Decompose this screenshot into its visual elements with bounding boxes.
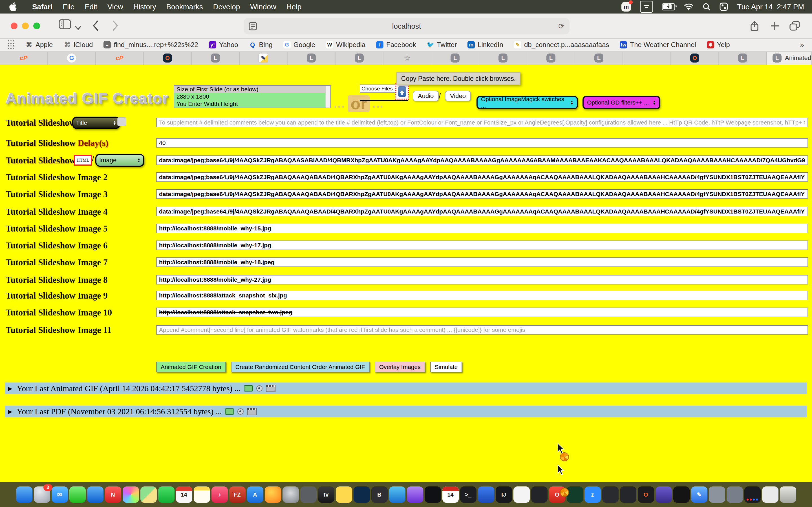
title-type-select[interactable]: Title▲▼ (72, 117, 120, 129)
bookmark-weather[interactable]: twThe Weather Channel (620, 41, 696, 49)
gif-chip-icon[interactable] (225, 408, 234, 414)
color-swatch-box[interactable] (117, 117, 126, 126)
slideshow-input-8[interactable] (156, 240, 808, 250)
dock-compass-app-icon[interactable] (389, 487, 405, 503)
slideshow-input-5[interactable] (156, 189, 808, 199)
pinned-tab-localhost[interactable]: L (192, 51, 240, 65)
dock-oreilly-icon[interactable]: O (638, 487, 654, 503)
dock-shield-icon[interactable] (354, 487, 370, 503)
active-tab[interactable]: LAnimated... (767, 51, 812, 65)
bookmark-twitter[interactable]: 🐦Twitter (426, 41, 457, 49)
html-mode-button[interactable]: HTML (74, 155, 92, 166)
dock-mail-icon[interactable]: ✉ (52, 487, 68, 503)
dock-pen-blue-icon[interactable]: ✎ (691, 487, 707, 503)
dock-server-leds-icon[interactable] (744, 487, 761, 503)
dock-calendar-14-icon[interactable]: 14 (442, 487, 459, 503)
disclosure-triangle-icon[interactable]: ▶ (8, 408, 12, 415)
wifi-icon[interactable] (684, 3, 694, 10)
slideshow-input-4[interactable] (156, 172, 808, 182)
menu-safari[interactable]: Safari (27, 3, 57, 11)
menu-bar-clock[interactable]: Tue Apr 14 2:47 PM (737, 3, 804, 11)
address-bar[interactable]: localhost ⟳ (244, 18, 569, 34)
pinned-tab-star[interactable]: ☆ (384, 51, 432, 65)
menu-file[interactable]: File (57, 3, 80, 11)
pinned-tab-blank[interactable] (623, 51, 671, 65)
size-option-custom[interactable]: You Enter Width,Height (174, 100, 331, 108)
bookmark-apple[interactable]: ⌘Apple (26, 41, 53, 49)
pinned-tab-localhost[interactable]: L (719, 51, 767, 65)
dock-appstore-icon[interactable]: A (247, 487, 263, 503)
bookmark-wikipedia[interactable]: WWikipedia (326, 41, 365, 49)
pinned-tab-oreilly[interactable]: O (144, 51, 192, 65)
dock-camera-icon[interactable] (300, 487, 317, 503)
dock-maps-icon[interactable] (140, 487, 157, 503)
lens-icon[interactable] (238, 408, 244, 414)
menu-help[interactable]: Help (282, 3, 306, 11)
dock-notes-yellow-icon[interactable] (336, 487, 352, 503)
menu-history[interactable]: History (128, 3, 161, 11)
dock-document-icon[interactable] (762, 487, 778, 503)
disclosure-triangle-icon[interactable]: ▶ (8, 385, 12, 392)
control-center-icon[interactable] (719, 3, 728, 11)
dock-apple-tv-icon[interactable]: tv (318, 487, 335, 503)
overlay-images-button[interactable]: Overlay Images (375, 362, 425, 372)
slideshow-input-3[interactable] (156, 156, 808, 165)
slideshow-input-1[interactable] (156, 118, 808, 127)
bookmark-bing[interactable]: QBing (249, 41, 273, 49)
bookmark-icloud[interactable]: ⌘iCloud (63, 41, 93, 49)
dock-music-icon[interactable]: ♪ (211, 487, 228, 503)
sidebar-chevron-icon[interactable] (75, 22, 81, 33)
dock-intellij-icon[interactable]: IJ (496, 487, 512, 503)
dock-finder-icon[interactable] (16, 487, 33, 503)
dock-rocket-dark-icon[interactable] (531, 487, 548, 503)
dock-gear-dark-icon[interactable] (602, 487, 619, 503)
apple-menu-icon[interactable] (9, 2, 17, 11)
pinned-tab-localhost[interactable]: L (432, 51, 479, 65)
clapperboard-icon[interactable] (266, 385, 275, 392)
dock-obs-icon[interactable] (620, 487, 637, 503)
slideshow-input-6[interactable] (156, 207, 808, 216)
imagemagick-select[interactable]: Optional ImageMagick switches ... ▲▼ (476, 96, 578, 109)
slideshow-input-2[interactable] (156, 138, 808, 148)
dock-green-dark-icon[interactable] (567, 487, 583, 503)
slideshow-input-12[interactable] (156, 307, 808, 317)
bookmark-pencil[interactable]: ✎db_connect.p...aaasaaafaas (514, 41, 609, 49)
dock-zoom-icon[interactable]: z (585, 487, 601, 503)
dock-facetime-icon[interactable] (158, 487, 174, 503)
dock-moon-purple-icon[interactable] (656, 487, 672, 503)
slideshow-input-11[interactable] (156, 291, 808, 300)
dock-media-player-icon[interactable] (478, 487, 494, 503)
pinned-tab-cpanel[interactable]: cP (96, 51, 144, 65)
simulate-button[interactable]: Simulate (430, 362, 462, 372)
pinned-tab-localhost[interactable]: L (575, 51, 623, 65)
slideshow-input-13[interactable] (156, 325, 808, 335)
size-option-selected[interactable]: 2880 x 1800 (174, 93, 331, 100)
back-button[interactable] (93, 20, 99, 33)
audio-button[interactable]: Audio (413, 91, 439, 101)
dock-photos-icon[interactable] (123, 487, 139, 503)
dock-podcasts-icon[interactable] (407, 487, 423, 503)
dock-pirate-dark-icon[interactable] (673, 487, 690, 503)
pinned-tab-oreilly[interactable]: O (671, 51, 719, 65)
pinned-tab-paint[interactable]: ✎ (240, 51, 288, 65)
sidebar-icon[interactable] (59, 19, 71, 32)
dock-system-settings-icon[interactable] (283, 487, 299, 503)
menu-window[interactable]: Window (245, 3, 281, 11)
clapperboard-icon[interactable] (247, 408, 257, 415)
last-gif-accordion[interactable]: ▶ Your Last Animated GIF (April 14 2026 … (5, 383, 807, 394)
pinned-tab-cpanel[interactable]: cP (0, 51, 48, 65)
dock-calendar-icon[interactable]: 14 (176, 487, 192, 503)
choose-files-button[interactable]: Choose Files (360, 84, 398, 93)
slideshow-input-10[interactable] (156, 275, 808, 284)
dock-filezilla-icon[interactable]: FZ (229, 487, 246, 503)
share-icon[interactable] (750, 21, 759, 34)
bookmark-linkedin[interactable]: inLinkedIn (467, 41, 503, 49)
menu-view[interactable]: View (102, 3, 128, 11)
menu-develop[interactable]: Develop (208, 3, 245, 11)
bookmark-yelp[interactable]: ✱Yelp (707, 41, 730, 49)
create-randomized-content-order-animated-gif-button[interactable]: Create Randomized Content Order Animated… (231, 362, 370, 372)
bookmark-facebook[interactable]: fFacebook (376, 41, 416, 49)
gif-chip-icon[interactable] (244, 385, 253, 392)
gd-filters-select[interactable]: Optional GD filters++ ... ▲▼ (582, 96, 660, 109)
reader-icon[interactable] (249, 22, 257, 33)
